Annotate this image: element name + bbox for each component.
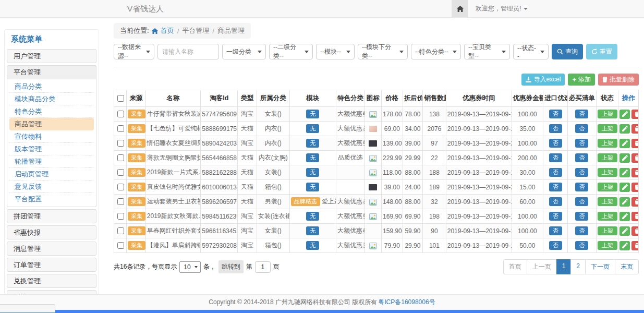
- must-buy-badge[interactable]: 否: [575, 226, 588, 235]
- page-button[interactable]: 下一页: [585, 259, 615, 274]
- edit-button[interactable]: [619, 124, 630, 134]
- module-select[interactable]: --模块--: [316, 44, 355, 59]
- status-badge[interactable]: 上架: [598, 168, 617, 177]
- sidebar-item[interactable]: 模块商品分类: [9, 93, 94, 105]
- status-badge[interactable]: 上架: [598, 110, 617, 118]
- row-checkbox[interactable]: [117, 125, 124, 132]
- jump-button[interactable]: 跳转到: [218, 260, 244, 273]
- page-button[interactable]: 首页: [503, 259, 527, 274]
- delete-button[interactable]: [631, 153, 638, 163]
- edit-button[interactable]: [619, 168, 630, 177]
- per-page-select[interactable]: 10: [179, 261, 200, 273]
- delete-button[interactable]: [631, 124, 638, 134]
- add-button[interactable]: + 添加: [568, 74, 595, 86]
- row-checkbox[interactable]: [117, 140, 124, 147]
- import-flag-badge[interactable]: 否: [549, 153, 562, 162]
- sidebar-item[interactable]: 宣传物料: [9, 130, 94, 143]
- edit-button[interactable]: [619, 241, 630, 250]
- sidebar-group-header[interactable]: 用户管理: [7, 49, 96, 63]
- row-checkbox[interactable]: [117, 169, 124, 176]
- status-badge[interactable]: 上架: [598, 197, 617, 206]
- import-flag-badge[interactable]: 否: [549, 168, 562, 177]
- must-buy-badge[interactable]: 否: [575, 168, 588, 177]
- level2-category-select[interactable]: --二级分类--: [269, 44, 313, 59]
- sidebar-item[interactable]: 意见反馈: [9, 180, 94, 193]
- import-flag-badge[interactable]: 否: [549, 139, 562, 148]
- page-button[interactable]: 上一页: [527, 259, 557, 274]
- page-button[interactable]: 1: [556, 259, 572, 274]
- row-checkbox[interactable]: [117, 242, 124, 249]
- import-flag-badge[interactable]: 否: [549, 197, 562, 206]
- icp-link[interactable]: 粤ICP备16098006号: [378, 298, 435, 307]
- row-checkbox[interactable]: [117, 111, 124, 117]
- status-badge[interactable]: 上架: [598, 139, 617, 148]
- row-checkbox[interactable]: [117, 184, 124, 190]
- batch-delete-button[interactable]: 批量删除: [598, 74, 639, 86]
- import-flag-badge[interactable]: 否: [549, 226, 562, 235]
- sidebar-item[interactable]: 启动页管理: [9, 168, 94, 180]
- import-flag-badge[interactable]: 否: [549, 212, 562, 221]
- sidebar-group-header[interactable]: 兑换管理: [7, 274, 96, 288]
- home-nav-button[interactable]: [452, 0, 468, 17]
- delete-button[interactable]: [631, 168, 638, 177]
- page-button[interactable]: 2: [570, 259, 586, 274]
- breadcrumb-home-link[interactable]: 首页: [161, 26, 174, 35]
- must-buy-badge[interactable]: 否: [575, 153, 588, 162]
- delete-button[interactable]: [631, 212, 638, 221]
- import-excel-button[interactable]: 导入excel: [521, 74, 565, 86]
- must-buy-badge[interactable]: 否: [575, 212, 588, 221]
- edit-button[interactable]: [619, 197, 630, 207]
- edit-button[interactable]: [619, 226, 630, 236]
- status-badge[interactable]: 上架: [598, 124, 617, 133]
- import-flag-badge[interactable]: 否: [549, 124, 562, 133]
- row-checkbox[interactable]: [117, 227, 124, 234]
- sidebar-group-header[interactable]: 拼团管理: [7, 209, 96, 223]
- delete-button[interactable]: [631, 110, 638, 119]
- status-badge[interactable]: 上架: [598, 153, 617, 162]
- status-badge[interactable]: 上架: [598, 241, 617, 250]
- edit-button[interactable]: [619, 212, 630, 221]
- sidebar-item[interactable]: 轮播管理: [9, 155, 94, 168]
- delete-button[interactable]: [631, 197, 638, 207]
- status-badge[interactable]: 上架: [598, 226, 617, 235]
- must-buy-badge[interactable]: 否: [575, 241, 588, 250]
- sidebar-group-header[interactable]: 省惠快报: [7, 225, 96, 239]
- status-badge[interactable]: 上架: [598, 212, 617, 221]
- must-buy-badge[interactable]: 否: [575, 124, 588, 133]
- sidebar-item[interactable]: 商品管理: [9, 118, 94, 130]
- edit-button[interactable]: [619, 110, 630, 119]
- import-flag-badge[interactable]: 否: [549, 183, 562, 191]
- delete-button[interactable]: [631, 139, 638, 148]
- search-button[interactable]: 查询: [552, 44, 583, 59]
- sidebar-item[interactable]: 平台配置: [9, 193, 94, 206]
- status-select[interactable]: --状态--: [513, 44, 549, 59]
- sidebar-item[interactable]: 商品分类: [9, 80, 94, 93]
- import-flag-badge[interactable]: 否: [549, 110, 562, 118]
- edit-button[interactable]: [619, 153, 630, 163]
- row-checkbox[interactable]: [117, 198, 124, 205]
- must-buy-badge[interactable]: 否: [575, 110, 588, 118]
- sidebar-group-header[interactable]: 平台管理: [7, 65, 96, 79]
- data-source-select[interactable]: --数据来源--: [114, 44, 154, 59]
- item-type-select[interactable]: --宝贝类型--: [464, 44, 510, 59]
- edit-button[interactable]: [619, 183, 630, 192]
- name-search-input[interactable]: [157, 44, 219, 59]
- user-menu[interactable]: 欢迎您，管理员!: [476, 4, 528, 13]
- sidebar-item[interactable]: 版本管理: [9, 143, 94, 155]
- page-number-input[interactable]: [255, 261, 271, 273]
- delete-button[interactable]: [631, 183, 638, 192]
- row-checkbox[interactable]: [117, 213, 124, 220]
- page-button[interactable]: 末页: [615, 259, 639, 274]
- reset-button[interactable]: 重置: [586, 44, 617, 59]
- must-buy-badge[interactable]: 否: [575, 183, 588, 191]
- feature-category-select[interactable]: --特色分类--: [411, 44, 461, 59]
- import-flag-badge[interactable]: 否: [549, 241, 562, 250]
- sidebar-item[interactable]: 特色分类: [9, 105, 94, 118]
- delete-button[interactable]: [631, 226, 638, 236]
- edit-button[interactable]: [619, 139, 630, 148]
- must-buy-badge[interactable]: 否: [575, 139, 588, 148]
- must-buy-badge[interactable]: 否: [575, 197, 588, 206]
- select-all-checkbox[interactable]: [117, 95, 124, 102]
- module-subcategory-select[interactable]: --模块下分类--: [358, 44, 408, 59]
- sidebar-group-header[interactable]: 消息管理: [7, 242, 96, 256]
